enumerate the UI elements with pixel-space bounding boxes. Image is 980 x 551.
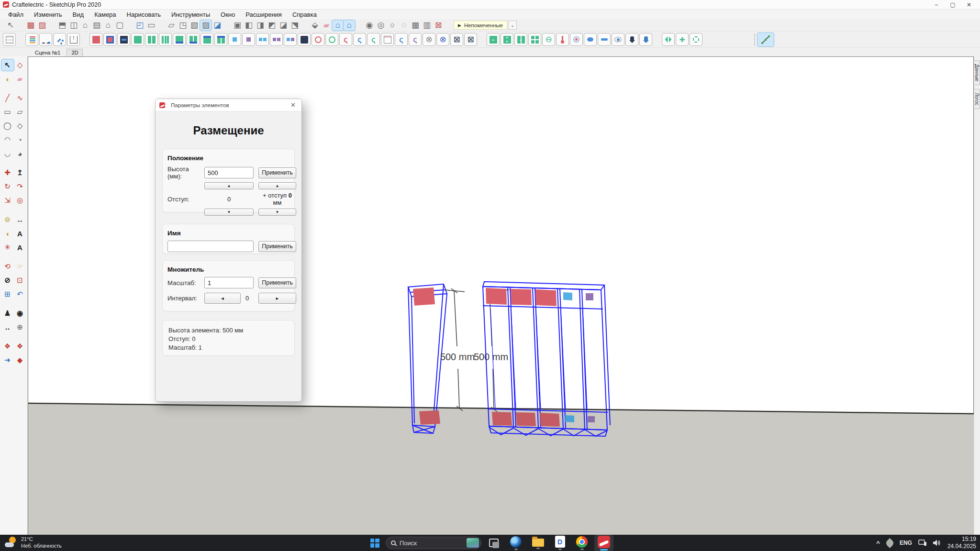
people-c-icon[interactable]: ○ [387,20,398,31]
scale-input[interactable] [204,277,254,288]
panel-4col-icon[interactable] [528,33,541,46]
extension-a-icon[interactable]: ❖ [1,341,14,352]
scene-tab[interactable]: 2D [67,49,83,56]
menu-item[interactable]: Справка [287,11,322,19]
make-component-icon[interactable]: ▣ [232,20,243,31]
paint-bucket-icon[interactable]: ◗ [1,73,14,85]
green-square-icon[interactable] [131,33,144,46]
dot-ring-icon[interactable] [570,33,583,46]
offset-up-left-button[interactable]: ▲ [204,182,254,189]
box-striped-icon[interactable]: ▨ [200,20,212,31]
edit-path-button[interactable] [757,33,774,47]
file-explorer-button[interactable] [528,535,547,551]
toolbar-grip[interactable] [754,34,755,45]
tag-filter-dropdown[interactable]: ▶ Непомеченные ⌄ [454,21,517,30]
menu-item[interactable]: Окно [215,11,240,19]
box-open-icon[interactable]: ◳ [177,20,189,31]
group-b-icon[interactable]: ◨ [255,20,266,31]
curve-red-icon[interactable] [339,33,352,46]
search-box[interactable]: Поиск [386,537,481,549]
green-3col-icon[interactable] [159,33,172,46]
circle-icon[interactable]: ◯ [1,120,14,132]
apply-name-button[interactable]: Применить [258,241,296,252]
height-input[interactable] [204,167,254,178]
axes-icon[interactable]: ✳ [1,242,14,253]
3d-text-icon[interactable]: A [14,242,26,253]
scale-icon[interactable]: ⇲ [1,195,14,206]
menu-item[interactable]: Расширения [240,11,287,19]
navy-square-icon[interactable] [298,33,311,46]
shape-roof-icon[interactable]: ⌂ [79,20,91,31]
cage-icon[interactable]: ⬙ [309,20,321,31]
select-icon[interactable]: ↖ [5,20,16,31]
extension-d-icon[interactable]: ◆ [14,354,26,366]
protractor-icon[interactable]: ◖ [1,228,14,239]
panel-updown-icon[interactable] [501,33,513,46]
language-indicator[interactable]: ENG [900,540,912,546]
table-b-icon[interactable]: ▥ [421,20,433,31]
shape-printer-icon[interactable]: ▤ [91,20,102,31]
red-square-icon[interactable] [89,33,102,46]
curve-blue-icon[interactable] [353,33,366,46]
push-pull-icon[interactable]: ↥ [14,167,26,178]
rotated-rectangle-icon[interactable]: ▱ [14,106,26,118]
x-box-dark-icon[interactable] [450,33,463,46]
line-icon[interactable]: ╱ [1,92,14,104]
lamp-blue-icon[interactable] [639,33,652,46]
panel-up-icon[interactable] [487,33,500,46]
arc-2pt-icon[interactable]: ◡ [1,148,14,159]
sector-icon[interactable]: ◕ [14,148,26,159]
tray-chevron-icon[interactable]: ^ [876,540,880,547]
tray-app-icon[interactable] [885,538,895,548]
box-shaded-icon[interactable]: ▧ [189,20,200,31]
ellipse-blue-icon[interactable] [584,33,597,46]
shape-house-icon[interactable]: ⌂ [102,20,114,31]
follow-me-icon[interactable]: ↷ [14,181,26,192]
group-d-icon[interactable]: ◪ [278,20,289,31]
people-d-icon[interactable]: ◌ [398,20,410,31]
offset-up-right-button[interactable]: ▲ [258,182,296,189]
people-a-icon[interactable]: ◉ [364,20,375,31]
panel-2col-icon[interactable] [514,33,527,46]
green-blue-top-icon[interactable] [200,33,213,46]
close-button[interactable]: ✕ [961,1,977,8]
green-ring-icon[interactable] [325,33,338,46]
side-panel-tab[interactable]: Логос [974,89,980,109]
make-component-icon[interactable]: ◇ [14,59,26,71]
name-input[interactable] [167,241,254,252]
offset-down-left-button[interactable]: ▼ [204,209,254,216]
purple-pair-icon[interactable] [270,33,283,46]
freehand-icon[interactable]: ∿ [14,92,26,104]
group-c-icon[interactable]: ◩ [266,20,278,31]
menu-item[interactable]: Инструменты [166,11,215,19]
menu-item[interactable]: Файл [3,11,29,19]
blue-purple-icon[interactable] [284,33,297,46]
curve-purple-icon[interactable] [409,33,422,46]
chevron-down-icon[interactable]: ⌄ [508,21,517,30]
menu-item[interactable]: Нарисовать [122,11,166,19]
red-ring-icon[interactable] [312,33,324,46]
apply-height-button[interactable]: Применить [258,167,296,178]
group-e-icon[interactable]: ⬔ [289,20,301,31]
look-around-icon[interactable]: ◉ [14,308,26,319]
task-view-button[interactable] [484,535,503,551]
side-panel-tab[interactable]: Данные [974,60,980,85]
curve-green-icon[interactable] [367,33,380,46]
box-blue-solid-icon[interactable]: ◪ [212,20,223,31]
previous-view-icon[interactable]: ↶ [14,288,26,300]
purple-small-icon[interactable] [242,33,255,46]
polygon-icon[interactable]: ◇ [14,120,26,132]
extension-c-icon[interactable]: ➜ [1,354,14,366]
offset-icon[interactable]: ◎ [14,195,26,206]
pan-icon[interactable]: ☞ [14,261,26,272]
position-camera-icon[interactable]: ♟ [1,308,14,319]
shape-cylinder-icon[interactable]: ◫ [68,20,79,31]
minimize-button[interactable]: – [928,1,945,8]
x-box-dark2-icon[interactable] [464,33,477,46]
shape-tray-icon[interactable]: ▢ [114,20,125,31]
zoom-window-icon[interactable]: ⊡ [14,275,26,286]
cross-green-icon[interactable] [676,33,689,46]
walk-icon[interactable]: ‥ [1,321,14,333]
arc-icon[interactable]: ◠ [1,134,14,145]
offset-down-right-button[interactable]: ▼ [258,209,296,216]
